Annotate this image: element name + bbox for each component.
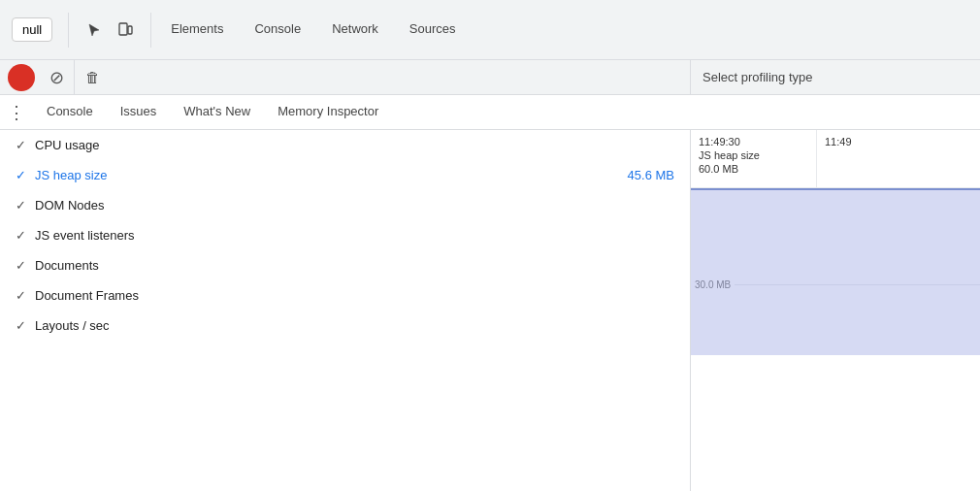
tab-console[interactable]: Console <box>239 0 316 59</box>
toolbar2-wrapper: ⊘ 🗑 Select profiling type <box>0 60 980 95</box>
toolbar2-right: Select profiling type <box>691 60 980 94</box>
tab-console-secondary[interactable]: Console <box>33 95 107 129</box>
checkmark-layouts-per-sec: ✓ <box>16 318 35 333</box>
toolbar2-divider <box>74 60 75 95</box>
toolbar-divider <box>68 13 69 48</box>
toolbar-divider-2 <box>150 13 151 48</box>
menu-item-dom-nodes[interactable]: ✓ DOM Nodes <box>0 190 690 220</box>
chart-timestamp-2: 11:49 <box>825 136 852 147</box>
chart-js-heap-label: JS heap size <box>699 149 808 161</box>
main-tab-bar: Elements Console Network Sources <box>155 0 980 59</box>
tab-whats-new[interactable]: What's New <box>170 95 264 129</box>
tab-network[interactable]: Network <box>316 0 394 59</box>
trash-button[interactable]: 🗑 <box>79 64 106 91</box>
left-panel: ✓ CPU usage ✓ JS heap size 45.6 MB ✓ DOM… <box>0 130 691 491</box>
menu-item-cpu-usage[interactable]: ✓ CPU usage <box>0 130 690 160</box>
menu-label-document-frames: Document Frames <box>35 288 674 303</box>
checkmark-documents: ✓ <box>16 258 35 273</box>
main-toolbar: null Elements Console Network Sources <box>0 0 980 60</box>
svg-rect-1 <box>128 26 132 34</box>
menu-label-js-heap-size: JS heap size <box>35 168 620 182</box>
checkmark-cpu-usage: ✓ <box>16 138 35 152</box>
menu-item-document-frames[interactable]: ✓ Document Frames <box>0 280 690 311</box>
toolbar-icon-group <box>73 16 147 44</box>
toolbar2-left: ⊘ 🗑 <box>0 60 691 94</box>
menu-label-layouts-per-sec: Layouts / sec <box>35 318 674 333</box>
chart-mb-60: 60.0 MB <box>699 163 808 175</box>
menu-label-dom-nodes: DOM Nodes <box>35 198 674 213</box>
menu-label-js-event-listeners: JS event listeners <box>35 228 674 243</box>
menu-item-documents[interactable]: ✓ Documents <box>0 250 690 280</box>
cursor-icon[interactable] <box>81 16 108 44</box>
chart-selection-bar[interactable] <box>691 188 980 355</box>
menu-label-documents: Documents <box>35 258 674 273</box>
content-area: ✓ CPU usage ✓ JS heap size 45.6 MB ✓ DOM… <box>0 130 980 491</box>
checkmark-dom-nodes: ✓ <box>16 198 35 213</box>
checkmark-document-frames: ✓ <box>16 288 35 303</box>
more-tabs-button[interactable]: ⋮ <box>0 102 33 123</box>
record-button[interactable] <box>8 64 35 91</box>
chart-canvas: 30.0 MB <box>691 188 980 491</box>
menu-value-js-heap-size: 45.6 MB <box>628 168 674 182</box>
menu-item-js-event-listeners[interactable]: ✓ JS event listeners <box>0 220 690 250</box>
checkmark-js-heap-size: ✓ <box>16 168 35 182</box>
menu-label-cpu-usage: CPU usage <box>35 138 674 152</box>
right-panel: 11:49:30 JS heap size 60.0 MB 11:49 30.0… <box>691 130 980 491</box>
menu-item-js-heap-size[interactable]: ✓ JS heap size 45.6 MB <box>0 160 690 190</box>
tab-elements[interactable]: Elements <box>155 0 239 59</box>
select-profiling-label: Select profiling type <box>702 70 812 84</box>
stop-button[interactable]: ⊘ <box>43 64 70 91</box>
chart-timestamp-1: 11:49:30 <box>699 136 808 147</box>
checkmark-js-event-listeners: ✓ <box>16 228 35 243</box>
tab-sources[interactable]: Sources <box>394 0 472 59</box>
null-button[interactable]: null <box>12 17 52 42</box>
secondary-tab-bar: ⋮ Console Issues What's New Memory Inspe… <box>0 95 980 130</box>
svg-rect-0 <box>119 23 127 35</box>
tab-memory-inspector[interactable]: Memory Inspector <box>264 95 392 129</box>
tab-issues[interactable]: Issues <box>107 95 171 129</box>
device-toggle-icon[interactable] <box>112 16 139 44</box>
menu-item-layouts-per-sec[interactable]: ✓ Layouts / sec <box>0 311 690 341</box>
